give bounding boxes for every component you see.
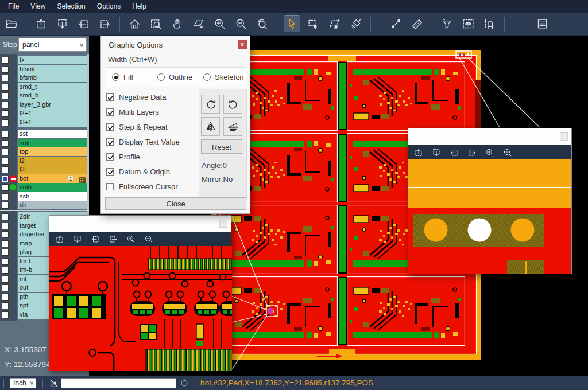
- zoom-in-icon[interactable]: [485, 147, 495, 158]
- pan-left-icon[interactable]: [76, 16, 91, 32]
- move-view-icon[interactable]: [191, 16, 206, 32]
- checkbox-negative-data[interactable]: Negative Data: [106, 93, 166, 102]
- layer-row-smd_b[interactable]: smd_b: [0, 91, 89, 100]
- layer-checkbox[interactable]: [2, 240, 9, 247]
- layers-panel-icon[interactable]: [535, 16, 550, 32]
- window-button-icon[interactable]: [560, 132, 568, 141]
- zoom-window-icon[interactable]: [148, 16, 164, 32]
- reset-button[interactable]: Reset: [201, 139, 242, 154]
- zoom-out-icon[interactable]: [144, 234, 154, 244]
- home-icon[interactable]: [127, 16, 142, 32]
- layer-row-dir[interactable]: dir: [0, 201, 89, 209]
- checkbox-multi-layers[interactable]: Multi Layers: [106, 108, 159, 116]
- step-dropdown[interactable]: panel ∨: [18, 38, 87, 52]
- layer-name[interactable]: l2+1: [18, 109, 87, 118]
- menu-item-options[interactable]: Options: [91, 0, 126, 13]
- layer-row-smd_t[interactable]: smd_t: [0, 83, 89, 91]
- open-folder-icon[interactable]: [3, 16, 19, 32]
- radio-icon[interactable]: [157, 73, 165, 81]
- rotate-cw-button[interactable]: [201, 95, 220, 114]
- pan-right-icon[interactable]: [97, 16, 113, 32]
- pan-right-icon[interactable]: [467, 147, 477, 158]
- checkbox-icon[interactable]: [106, 123, 114, 131]
- menu-item-help[interactable]: Help: [126, 0, 152, 13]
- snap-corner-icon[interactable]: [49, 378, 60, 389]
- layer-checkbox[interactable]: [2, 249, 9, 256]
- unit-dropdown[interactable]: Inch ∨: [10, 378, 36, 388]
- layer-name[interactable]: top: [18, 147, 87, 156]
- checkbox-profile[interactable]: Profile: [106, 153, 140, 161]
- zoom-in-icon[interactable]: [126, 234, 136, 244]
- layer-row-fx[interactable]: fx: [0, 56, 89, 64]
- layer-row-layer_3.gbr[interactable]: layer_3.gbr: [0, 100, 89, 109]
- layer-checkbox[interactable]: [2, 158, 9, 165]
- measure-ruler-icon[interactable]: [409, 16, 425, 32]
- menu-item-selection[interactable]: Selection: [51, 0, 91, 13]
- clean-brush-icon[interactable]: [348, 16, 363, 32]
- zoom-out-icon[interactable]: [233, 16, 249, 32]
- layer-name[interactable]: ssb: [18, 192, 87, 201]
- layer-row-ssb[interactable]: ssb: [0, 192, 89, 201]
- layer-name[interactable]: smd_b: [18, 91, 87, 100]
- layer-row-smb[interactable]: smb: [0, 183, 89, 192]
- layer-checkbox[interactable]: [2, 92, 9, 99]
- close-button[interactable]: Close: [105, 197, 246, 210]
- checkbox-icon[interactable]: [106, 138, 114, 146]
- layer-checkbox[interactable]: [2, 202, 9, 209]
- detail-zoom-view[interactable]: [49, 246, 232, 371]
- select-rect-icon[interactable]: [305, 16, 321, 32]
- magnifier-zoom-view[interactable]: [408, 159, 571, 274]
- layer-checkbox[interactable]: [2, 302, 9, 309]
- layer-name[interactable]: sst: [18, 130, 87, 138]
- view-options-icon[interactable]: [461, 16, 476, 32]
- checkbox-datum-origin[interactable]: Datum & Origin: [106, 167, 170, 176]
- checkbox-fullscreen-cursor[interactable]: Fullscreen Cursor: [106, 182, 178, 191]
- layer-checkbox[interactable]: [2, 213, 9, 220]
- detail-window-titlebar[interactable]: [49, 216, 231, 232]
- pan-up-icon[interactable]: [33, 16, 49, 32]
- layer-name[interactable]: smd_t: [18, 83, 87, 91]
- layer-checkbox[interactable]: [2, 184, 9, 191]
- pan-down-icon[interactable]: [72, 234, 83, 244]
- layer-checkbox[interactable]: [2, 294, 9, 301]
- pan-down-icon[interactable]: [431, 147, 442, 158]
- layer-checkbox[interactable]: [2, 284, 9, 291]
- select-group-icon[interactable]: [327, 16, 342, 32]
- layer-row-l3+1[interactable]: l3+1: [0, 118, 89, 127]
- layer-checkbox[interactable]: [2, 149, 9, 155]
- menu-item-view[interactable]: View: [25, 0, 51, 13]
- mirror-vertical-button[interactable]: [201, 117, 220, 136]
- zoom-in-icon[interactable]: [212, 16, 227, 32]
- grid-icon[interactable]: [79, 176, 86, 182]
- layer-checkbox[interactable]: [2, 66, 9, 73]
- measure-line-icon[interactable]: [388, 16, 404, 32]
- layer-checkbox[interactable]: [2, 258, 9, 265]
- layer-name[interactable]: l2: [18, 157, 87, 165]
- radio-icon[interactable]: [203, 73, 211, 81]
- layer-row-bfsmt[interactable]: bfsmt: [0, 65, 89, 73]
- pan-right-icon[interactable]: [108, 234, 118, 244]
- layer-name[interactable]: bfsmt: [18, 65, 87, 73]
- layer-checkbox[interactable]: [2, 223, 9, 229]
- layer-checkbox[interactable]: [2, 140, 9, 147]
- zoom-previous-icon[interactable]: [254, 16, 270, 32]
- pan-down-icon[interactable]: [55, 16, 70, 32]
- close-icon[interactable]: x: [238, 40, 247, 49]
- radio-icon[interactable]: [112, 73, 119, 81]
- layer-name[interactable]: bfsmb: [18, 73, 87, 82]
- window-button-icon[interactable]: [219, 220, 227, 228]
- layer-name[interactable]: l3+1: [18, 118, 87, 127]
- layer-row-top[interactable]: top: [0, 147, 89, 156]
- layer-row-l2+1[interactable]: l2+1: [0, 109, 89, 118]
- layer-row-l2[interactable]: l2: [0, 157, 89, 165]
- checkbox-icon[interactable]: [106, 183, 114, 190]
- layer-name[interactable]: bot: [18, 174, 87, 183]
- layer-checkbox[interactable]: [2, 84, 9, 91]
- menu-item-file[interactable]: File: [2, 0, 25, 13]
- layer-name[interactable]: layer_3.gbr: [18, 100, 87, 109]
- layer-checkbox[interactable]: [2, 231, 9, 238]
- radio-fill[interactable]: Fill: [112, 73, 133, 81]
- layer-name[interactable]: l3: [18, 165, 87, 174]
- checkbox-icon[interactable]: [106, 108, 114, 116]
- zoom-out-icon[interactable]: [502, 147, 513, 158]
